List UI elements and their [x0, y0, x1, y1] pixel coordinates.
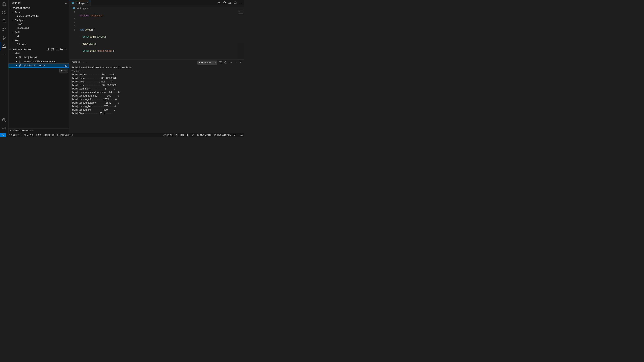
- outline-newfile-button[interactable]: [46, 48, 49, 51]
- output-channel-select[interactable]: CMake/Build: [198, 60, 217, 65]
- outline-item-2[interactable]: upload-blink — Utility Build: [8, 63, 69, 67]
- breadcrumb-file: blink.cpp: [76, 7, 86, 9]
- activity-account[interactable]: [0, 116, 8, 124]
- section-project-outline[interactable]: PROJECT OUTLINE ···: [8, 47, 69, 51]
- status-ports[interactable]: 0: [35, 133, 42, 137]
- outline-collapse-button[interactable]: [60, 48, 63, 51]
- tab-blink-cpp[interactable]: C+ blink.cpp: [69, 0, 91, 6]
- library-icon: [18, 60, 22, 63]
- svg-point-28: [187, 134, 188, 136]
- status-target[interactable]: [all]: [179, 133, 185, 137]
- activity-cmake[interactable]: [0, 42, 8, 50]
- tree-folder-value[interactable]: Arduino-AVR-CMake: [8, 14, 69, 18]
- activity-debug[interactable]: [0, 33, 8, 42]
- cmake-icon: [2, 44, 6, 48]
- activity-settings[interactable]: [0, 124, 8, 133]
- panel-more-button[interactable]: ···: [229, 61, 232, 64]
- chevron-down-icon: [10, 7, 12, 10]
- output-area[interactable]: [build] /home/pieter/GitHub/Arduino-AVR-…: [69, 65, 244, 133]
- outline-item-1[interactable]: ArduinoCore [libArduinoCore.a]: [8, 59, 69, 63]
- status-clangd[interactable]: clangd: idle: [42, 133, 56, 137]
- status-branch[interactable]: master: [6, 133, 22, 137]
- status-workflow[interactable]: Run Workflow: [213, 133, 232, 137]
- outline-root[interactable]: Blink: [8, 51, 69, 55]
- status-language[interactable]: C++: [232, 133, 239, 137]
- svg-point-12: [52, 49, 53, 50]
- panel-lock-button[interactable]: [224, 61, 227, 64]
- error-icon: [24, 134, 26, 136]
- chevron-right-icon: [15, 64, 18, 67]
- activity-more[interactable]: ···: [0, 50, 8, 59]
- tree-label: Folder: [15, 11, 22, 13]
- status-variant[interactable]: [MinSizeRel]: [56, 133, 74, 137]
- tree-label: upload-blink — Utility: [23, 64, 45, 67]
- panel-close-button[interactable]: [239, 61, 242, 64]
- sidebar-more-button[interactable]: ···: [64, 1, 68, 5]
- panel-tabs-more[interactable]: ···: [83, 61, 87, 64]
- branch-icon: [8, 134, 10, 136]
- tab-close-button[interactable]: [86, 2, 88, 4]
- status-remote[interactable]: [0, 133, 6, 137]
- panel-tab-output[interactable]: OUTPUT: [72, 61, 80, 64]
- bug-icon: [186, 134, 189, 136]
- tab-action-filter[interactable]: [228, 1, 231, 5]
- tree-build[interactable]: Build: [8, 30, 69, 34]
- activity-explorer[interactable]: [0, 0, 8, 8]
- svg-point-11: [4, 128, 5, 129]
- tab-label: blink.cpp: [76, 2, 85, 4]
- tree-folder[interactable]: Folder: [8, 10, 69, 14]
- status-lang-label: C++: [234, 134, 238, 136]
- svg-point-4: [3, 19, 5, 22]
- status-kit[interactable]: [UNO]: [162, 133, 174, 137]
- svg-text:C+: C+: [73, 7, 75, 9]
- row-build-button[interactable]: [64, 64, 68, 67]
- status-notifications[interactable]: [239, 133, 244, 137]
- extensions-icon: [2, 10, 6, 15]
- panel-filter-button[interactable]: [219, 61, 222, 64]
- tree-test[interactable]: Test: [8, 38, 69, 42]
- tab-action-build[interactable]: [218, 1, 220, 5]
- code-area[interactable]: #include <Arduino.h> void setup() { ····…: [78, 10, 244, 59]
- sidebar-title: CMAKE ···: [8, 0, 69, 6]
- tree-configure[interactable]: Configure: [8, 18, 69, 22]
- section-project-status[interactable]: PROJECT STATUS: [8, 6, 69, 10]
- status-debug[interactable]: [185, 133, 190, 137]
- status-workflow-label: Run Workflow: [217, 134, 231, 136]
- section-label: PINNED COMMANDS: [12, 130, 33, 132]
- status-cpack[interactable]: Run CPack: [196, 133, 213, 137]
- svg-point-25: [37, 135, 38, 135]
- tab-action-more[interactable]: ···: [239, 1, 242, 5]
- tree-test-value[interactable]: [All tests]: [8, 42, 69, 46]
- section-pinned-commands[interactable]: PINNED COMMANDS: [8, 128, 69, 133]
- minimap[interactable]: [238, 10, 244, 59]
- cpp-icon: C+: [71, 1, 74, 5]
- editor[interactable]: 123456 #include <Arduino.h> void setup()…: [69, 10, 244, 59]
- outline-debug-button[interactable]: [51, 48, 54, 51]
- tree-configure-variant[interactable]: MinSizeRel: [8, 26, 69, 30]
- status-bar: master 0 0 0 clangd: idle [MinSizeRel] […: [0, 133, 244, 137]
- tree-configure-kit[interactable]: UNO: [8, 22, 69, 26]
- panel-maximize-button[interactable]: [234, 61, 237, 64]
- sync-icon: [18, 134, 21, 136]
- outline-item-0[interactable]: 01 blink [blink.elf]: [8, 55, 69, 59]
- status-run[interactable]: [190, 133, 196, 137]
- tab-action-history[interactable]: [223, 1, 226, 5]
- status-problems[interactable]: 0 0: [22, 133, 35, 137]
- chevron-right-icon: [15, 60, 18, 63]
- tree-build-target[interactable]: all: [8, 34, 69, 38]
- chevron-right-icon: [10, 129, 12, 132]
- outline-build-button[interactable]: [56, 48, 58, 51]
- svg-point-7: [5, 28, 6, 29]
- svg-point-10: [4, 119, 5, 120]
- outline-more-button[interactable]: ···: [64, 48, 68, 51]
- tab-bar: C+ blink.cpp ···: [69, 0, 244, 6]
- activity-extensions[interactable]: [0, 8, 8, 17]
- breadcrumb[interactable]: C+ blink.cpp › ...: [69, 6, 244, 10]
- status-target-label: [all]: [180, 134, 184, 136]
- activity-search[interactable]: [0, 17, 8, 25]
- status-build-settings[interactable]: [174, 133, 179, 137]
- activity-scm[interactable]: [0, 25, 8, 33]
- tab-action-split[interactable]: [234, 1, 237, 5]
- panel: OUTPUT ··· CMake/Build ··· [build] /home…: [69, 59, 244, 133]
- activity-bar: ···: [0, 0, 8, 133]
